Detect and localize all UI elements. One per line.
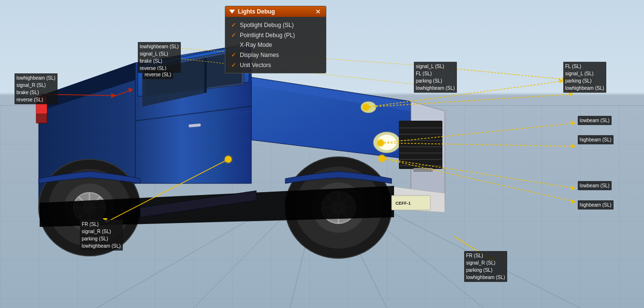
- menu-item-pointlight[interactable]: ✓ Pointlight Debug (PL): [229, 30, 322, 40]
- panel-triangle-icon: [229, 10, 235, 14]
- label-right-lowbeam-bot: lowbeam (SL): [578, 181, 612, 190]
- label-top-right-2: FL (SL) signal_L (SL) parking (SL) lowhi…: [563, 62, 606, 93]
- light-dot-4: [225, 156, 232, 163]
- svg-rect-30: [413, 168, 433, 172]
- menu-item-spotlight[interactable]: ✓ Spotlight Debug (SL): [229, 20, 322, 30]
- menu-item-xray[interactable]: X-Ray Mode: [229, 40, 322, 50]
- light-dot-1: [363, 104, 369, 111]
- label-top-left-rear: lowhighbeam (SL) signal_R (SL) brake (SL…: [15, 73, 58, 104]
- check-display-names: ✓: [230, 51, 237, 58]
- label-right-highbeam-bot: highbeam (SL): [578, 200, 614, 210]
- svg-text:CEFF-1: CEFF-1: [395, 201, 411, 206]
- label-right-highbeam-top: highbeam (SL): [578, 135, 614, 144]
- label-top-right-1: signal_L (SL) FL (SL) parking (SL) lowhi…: [414, 62, 457, 93]
- close-button[interactable]: ✕: [314, 8, 322, 15]
- panel-title: Lights Debug: [229, 8, 275, 15]
- label-reverse-inline: reverse (SL): [143, 70, 173, 79]
- viewport: ● CEFF-1: [0, 0, 644, 308]
- lights-debug-panel[interactable]: Lights Debug ✕ ✓ Spotlight Debug (SL) ✓ …: [225, 6, 326, 73]
- check-unit-vectors: ✓: [230, 61, 237, 69]
- label-top-mid: lowhighbeam (SL) signal_L (SL) brake (SL…: [138, 42, 181, 73]
- panel-header: Lights Debug ✕: [225, 6, 326, 17]
- menu-item-unit-vectors[interactable]: ✓ Unit Vectors: [229, 60, 322, 70]
- label-bottom-right: FR (SL) signal_R (SL) parking (SL) lowhi…: [464, 251, 507, 282]
- panel-body: ✓ Spotlight Debug (SL) ✓ Pointlight Debu…: [225, 17, 326, 73]
- check-pointlight: ✓: [230, 31, 237, 39]
- check-spotlight: ✓: [230, 21, 237, 28]
- light-dot-2: [377, 140, 384, 146]
- svg-rect-56: [36, 104, 47, 113]
- menu-item-display-names[interactable]: ✓ Display Names: [229, 50, 322, 60]
- label-bottom-left: FR (SL) signal_R (SL) parking (SL) lowhi…: [80, 220, 123, 251]
- light-dot-3: [379, 155, 385, 162]
- label-right-lowbeam-top: lowbeam (SL): [578, 116, 612, 125]
